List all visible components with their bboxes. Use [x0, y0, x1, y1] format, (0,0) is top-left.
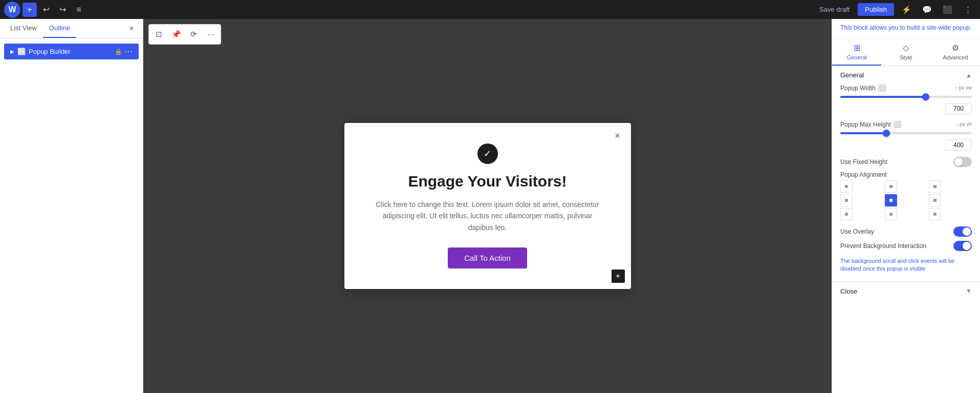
align-top-left[interactable]: [840, 180, 853, 193]
use-overlay-label: Use Overlay: [840, 228, 874, 235]
general-section-content: Popup Width ⬜ ○ px vw: [832, 84, 980, 281]
sidebar-close-button[interactable]: ×: [124, 22, 139, 36]
popup-alignment-label: Popup Alignment: [840, 171, 972, 178]
list-view-button[interactable]: ≡: [72, 3, 86, 17]
tab-general[interactable]: ⊞ General: [832, 39, 881, 66]
popup-width-input[interactable]: [945, 103, 972, 114]
tab-list-view[interactable]: List View: [4, 19, 43, 38]
popup-max-height-slider[interactable]: [840, 132, 972, 134]
right-panel: This block allows you to build a site-wi…: [832, 19, 980, 393]
align-top-right[interactable]: [929, 180, 941, 193]
chevron-icon: ▶: [10, 49, 14, 54]
add-block-button[interactable]: +: [23, 3, 37, 17]
topbar-right: Save draft Publish ⚡ 💬 ⬛ ⋮: [815, 2, 976, 18]
popup-add-button[interactable]: +: [612, 270, 625, 283]
topbar: W + ↩ ↪ ≡ Save draft Publish ⚡ 💬 ⬛ ⋮: [0, 0, 980, 19]
more-options-button[interactable]: ⋮: [960, 2, 976, 18]
popup-max-height-label: Popup Max Height ⬜: [840, 120, 901, 128]
use-fixed-height-row: Use Fixed Height: [840, 157, 972, 167]
align-middle-right[interactable]: [929, 194, 941, 206]
use-fixed-height-label: Use Fixed Height: [840, 158, 887, 166]
comments-icon-button[interactable]: 💬: [919, 2, 935, 18]
align-middle-left[interactable]: [840, 194, 853, 206]
popup-max-height-input[interactable]: [945, 139, 972, 151]
close-section-label: Close: [840, 287, 857, 295]
max-height-screen-icon: ⬜: [893, 120, 901, 128]
popup-check-icon: ✓: [477, 143, 498, 164]
redo-button[interactable]: ↪: [55, 3, 70, 17]
alignment-grid: [840, 180, 972, 220]
popup-overlay: × ✓ Engage Your Visitors! Click here to …: [143, 19, 832, 393]
item-more-icon[interactable]: ⋯: [124, 47, 133, 56]
general-section: General ▲ Popup Width ⬜ ○ px vw: [832, 66, 980, 282]
tab-advanced[interactable]: ⚙ Advanced: [931, 39, 980, 66]
prevent-bg-toggle[interactable]: [953, 241, 972, 251]
popup-body-text: Click here to change this text. Lorem ip…: [375, 199, 600, 233]
popup-alignment-field: Popup Alignment: [840, 171, 972, 220]
sidebar-item-popup-builder[interactable]: ▶ ⬜ Popup Builder 🔒 ⋯: [4, 44, 139, 59]
popup-width-label: Popup Width ⬜: [840, 84, 886, 92]
close-section[interactable]: Close ▼: [832, 282, 980, 300]
align-bottom-center[interactable]: [885, 208, 897, 220]
tab-outline[interactable]: Outline: [43, 19, 76, 38]
style-tab-icon: ◇: [903, 43, 909, 53]
width-unit-toggle[interactable]: ○ px vw: [954, 85, 972, 91]
prevent-bg-note: The background scroll and click events w…: [840, 255, 972, 275]
block-icon: ⬜: [17, 48, 26, 55]
settings-icon-button[interactable]: ⬛: [939, 2, 955, 18]
advanced-tab-icon: ⚙: [952, 43, 959, 53]
refresh-tool-button[interactable]: ⟳: [185, 26, 202, 43]
main-layout: List View Outline × ▶ ⬜ Popup Builder 🔒 …: [0, 19, 980, 393]
prevent-bg-row: Prevent Background Interaction: [840, 241, 972, 251]
use-fixed-height-toggle[interactable]: [953, 157, 972, 167]
prevent-bg-label: Prevent Background Interaction: [840, 242, 926, 250]
more-tool-button[interactable]: ⋯: [203, 26, 219, 43]
wp-logo: W: [4, 2, 20, 18]
align-bottom-right[interactable]: [929, 208, 941, 220]
sidebar-item-label: Popup Builder: [29, 48, 115, 55]
general-section-title: General: [840, 71, 864, 79]
screen-icon: ⬜: [878, 84, 886, 92]
popup-title: Engage Your Visitors!: [369, 172, 606, 191]
tab-style[interactable]: ◇ Style: [881, 39, 930, 66]
panel-tabs: ⊞ General ◇ Style ⚙ Advanced: [832, 39, 980, 66]
general-tab-icon: ⊞: [854, 43, 860, 53]
pin-tool-button[interactable]: 📌: [168, 26, 184, 43]
height-unit-toggle[interactable]: ○ px vh: [955, 121, 972, 127]
jetpack-icon-button[interactable]: ⚡: [898, 2, 914, 18]
align-top-center[interactable]: [885, 180, 897, 193]
sidebar: List View Outline × ▶ ⬜ Popup Builder 🔒 …: [0, 19, 143, 393]
undo-button[interactable]: ↩: [39, 3, 53, 17]
canvas-area: ⊡ 📌 ⟳ ⋯ × ✓ Engage Your Visitors! Click …: [143, 19, 832, 393]
publish-button[interactable]: Publish: [858, 3, 894, 16]
sidebar-tabs: List View Outline ×: [0, 19, 143, 38]
lock-icon: 🔒: [115, 48, 122, 55]
popup-width-slider[interactable]: [840, 96, 972, 98]
popup-width-field: Popup Width ⬜ ○ px vw: [840, 84, 972, 114]
sidebar-content: ▶ ⬜ Popup Builder 🔒 ⋯: [0, 38, 143, 65]
use-overlay-row: Use Overlay: [840, 226, 972, 237]
popup-box: × ✓ Engage Your Visitors! Click here to …: [344, 123, 631, 289]
use-overlay-toggle[interactable]: [953, 226, 972, 237]
canvas-toolbar: ⊡ 📌 ⟳ ⋯: [148, 24, 221, 45]
save-draft-button[interactable]: Save draft: [815, 4, 854, 15]
general-section-header[interactable]: General ▲: [832, 66, 980, 84]
general-chevron-icon: ▲: [966, 72, 972, 79]
popup-close-button[interactable]: ×: [611, 129, 625, 143]
align-bottom-left[interactable]: [840, 208, 853, 220]
cta-button[interactable]: Call To Action: [448, 247, 527, 268]
copy-tool-button[interactable]: ⊡: [150, 26, 167, 43]
align-middle-center[interactable]: [885, 194, 897, 206]
close-chevron-icon: ▼: [966, 287, 972, 295]
popup-max-height-field: Popup Max Height ⬜ ○ px vh: [840, 120, 972, 151]
panel-description: This block allows you to build a site-wi…: [832, 19, 980, 39]
